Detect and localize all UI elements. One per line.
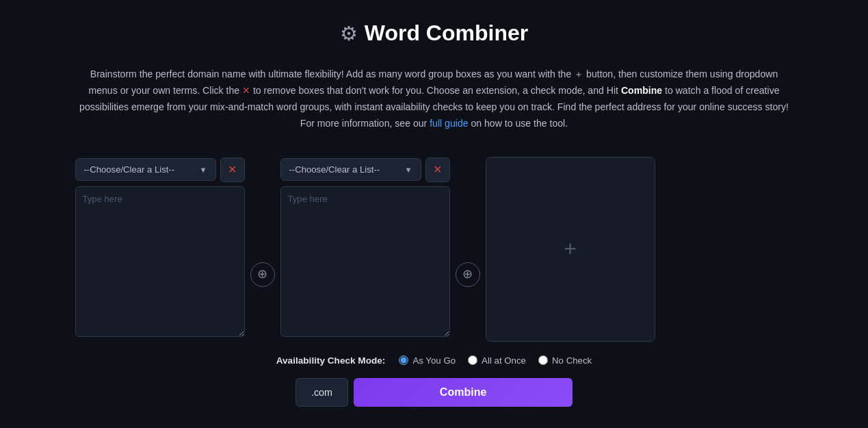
- radio-as-you-go-input[interactable]: [399, 355, 408, 365]
- radio-as-you-go[interactable]: As You Go: [399, 355, 456, 366]
- plus-between-icon-2: ⊕: [462, 267, 473, 281]
- word-boxes-area: --Choose/Clear a List-- ▼ ✕ ⊕ --Choose/C…: [75, 153, 793, 342]
- word-box-2: --Choose/Clear a List-- ▼ ✕: [280, 158, 450, 337]
- chevron-down-icon-1: ▼: [199, 166, 207, 174]
- remove-box-1-button[interactable]: ✕: [220, 158, 245, 182]
- add-box-plus-icon: +: [564, 236, 577, 262]
- radio-no-check-input[interactable]: [538, 355, 548, 365]
- page-title: Word Combiner: [365, 21, 528, 46]
- word-box-1: --Choose/Clear a List-- ▼ ✕: [75, 158, 245, 337]
- choose-list-dropdown-2[interactable]: --Choose/Clear a List-- ▼: [280, 158, 421, 181]
- description-text: Brainstorm the perfect domain name with …: [75, 66, 793, 132]
- radio-all-at-once[interactable]: All at Once: [468, 355, 526, 366]
- page-header: ⚙ Word Combiner: [340, 21, 528, 46]
- radio-all-at-once-label: All at Once: [482, 355, 526, 366]
- add-between-1-2-button[interactable]: ⊕: [250, 262, 275, 287]
- add-between-2-3-button[interactable]: ⊕: [456, 262, 480, 287]
- word-box-2-header: --Choose/Clear a List-- ▼ ✕: [280, 158, 450, 182]
- add-word-box-button[interactable]: +: [486, 157, 655, 342]
- page-wrapper: ⚙ Word Combiner Brainstorm the perfect d…: [0, 0, 868, 428]
- check-mode-label: Availability Check Mode:: [276, 355, 386, 366]
- word-box-wrapper-1: --Choose/Clear a List-- ▼ ✕: [75, 153, 245, 342]
- remove-box-2-button[interactable]: ✕: [425, 158, 450, 182]
- gear-icon: ⚙: [340, 22, 358, 45]
- check-mode-radio-group: As You Go All at Once No Check: [399, 355, 592, 366]
- word-textarea-1[interactable]: [75, 186, 245, 337]
- word-textarea-2[interactable]: [280, 186, 450, 337]
- radio-no-check[interactable]: No Check: [538, 355, 592, 366]
- remove-icon-2: ✕: [433, 163, 442, 176]
- combine-button[interactable]: Combine: [354, 378, 573, 407]
- word-box-wrapper-2: --Choose/Clear a List-- ▼ ✕: [280, 153, 450, 342]
- availability-options-row: Availability Check Mode: As You Go All a…: [276, 355, 592, 366]
- extension-button[interactable]: .com: [295, 378, 348, 407]
- radio-as-you-go-label: As You Go: [412, 355, 456, 366]
- bottom-action-row: .com Combine: [295, 378, 573, 407]
- remove-icon-1: ✕: [228, 163, 237, 176]
- chevron-down-icon-2: ▼: [404, 166, 412, 174]
- full-guide-link[interactable]: full guide: [430, 118, 468, 129]
- choose-list-dropdown-1[interactable]: --Choose/Clear a List-- ▼: [75, 158, 216, 181]
- word-box-1-header: --Choose/Clear a List-- ▼ ✕: [75, 158, 245, 182]
- radio-no-check-label: No Check: [552, 355, 592, 366]
- radio-all-at-once-input[interactable]: [468, 355, 477, 365]
- plus-between-icon-1: ⊕: [257, 267, 267, 281]
